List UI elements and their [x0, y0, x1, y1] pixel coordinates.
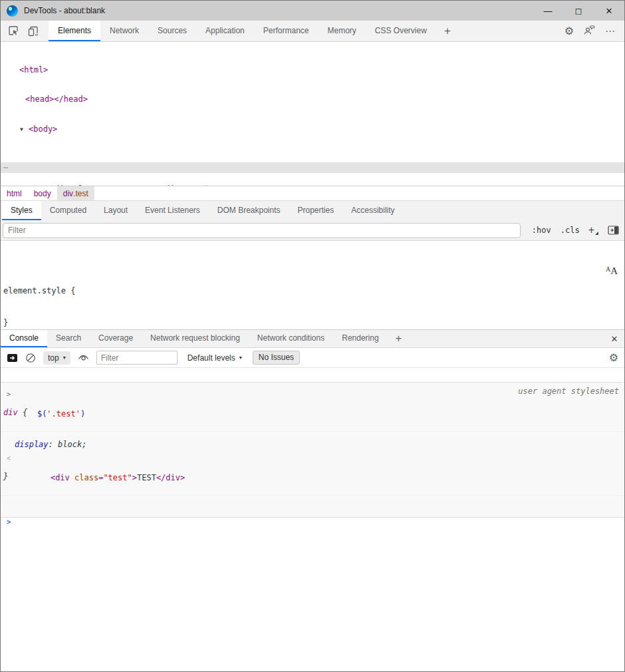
window-title: DevTools - about:blank	[24, 6, 105, 15]
styles-filter-bar: :hov .cls +	[1, 220, 624, 241]
console-result[interactable]: < <div class="test">TEST</div>	[1, 450, 624, 496]
styles-rules-panel: element.style { } AA div { display: bloc…	[1, 241, 624, 329]
toolbar-right-icons: ⚙ ⋯	[564, 21, 624, 41]
feedback-icon[interactable]	[584, 25, 595, 37]
node-menu-dots-icon[interactable]: ⋯	[3, 162, 9, 173]
result-chevron-icon: <	[7, 453, 11, 463]
add-tab-icon[interactable]: +	[436, 21, 459, 41]
prompt-chevron-icon: >	[7, 517, 11, 527]
tab-styles[interactable]: Styles	[2, 201, 41, 220]
maximize-button[interactable]: ◻	[563, 1, 594, 21]
selected-node-marker: == $0	[184, 184, 213, 186]
console-command[interactable]: > $('.test')	[1, 387, 624, 432]
more-options-icon[interactable]: ⋯	[605, 25, 616, 37]
tab-layout[interactable]: Layout	[95, 201, 136, 220]
expand-arrow-icon[interactable]: ▼	[20, 124, 29, 135]
dom-node-head[interactable]: <head></head>	[1, 94, 624, 104]
toggle-element-classes-button[interactable]: .cls	[556, 224, 584, 237]
breadcrumb-body[interactable]: body	[28, 186, 57, 200]
tab-event-listeners[interactable]: Event Listeners	[136, 201, 209, 220]
toggle-computed-sidebar-icon[interactable]	[604, 226, 622, 235]
tab-accessibility[interactable]: Accessibility	[342, 201, 403, 220]
tab-dom-breakpoints[interactable]: DOM Breakpoints	[209, 201, 289, 220]
edge-logo-icon	[7, 5, 18, 17]
command-chevron-icon: >	[7, 389, 11, 399]
tab-computed[interactable]: Computed	[41, 201, 95, 220]
main-tabs: Elements Network Sources Application Per…	[49, 21, 459, 41]
console-prompt[interactable]: >	[1, 514, 624, 528]
devtools-toolbar: Elements Network Sources Application Per…	[1, 21, 624, 42]
elements-tree-panel: <html> <head></head> ▼<body> ⋯ <div clas…	[1, 42, 624, 186]
inspect-element-icon[interactable]	[3, 21, 23, 41]
tab-application[interactable]: Application	[196, 21, 254, 41]
breadcrumb-html[interactable]: html	[1, 186, 28, 200]
new-style-rule-button[interactable]: +	[584, 224, 601, 236]
toggle-hover-state-button[interactable]: :hov	[527, 224, 556, 237]
close-button[interactable]: ✕	[594, 1, 624, 21]
title-bar: DevTools - about:blank — ◻ ✕	[1, 1, 624, 21]
font-editor-icon[interactable]: AA	[606, 264, 618, 277]
tab-sources[interactable]: Sources	[148, 21, 196, 41]
tab-elements[interactable]: Elements	[49, 21, 100, 41]
settings-gear-icon[interactable]: ⚙	[564, 26, 574, 37]
window-controls: — ◻ ✕	[533, 1, 624, 21]
tab-properties[interactable]: Properties	[289, 201, 343, 220]
minimize-button[interactable]: —	[533, 1, 563, 21]
styles-filter-input[interactable]	[3, 223, 521, 238]
tab-memory[interactable]: Memory	[318, 21, 366, 41]
dom-node-body-open[interactable]: ▼<body>	[1, 124, 624, 134]
dom-node-html-open[interactable]: <html>	[1, 65, 624, 75]
dom-node-div-selected[interactable]: ⋯ <div class="test">TEST</div> == $0	[1, 162, 624, 173]
device-toolbar-icon[interactable]	[23, 21, 43, 41]
tab-network[interactable]: Network	[100, 21, 148, 41]
dom-breadcrumb: html body div.test	[1, 186, 624, 200]
tab-css-overview[interactable]: CSS Overview	[366, 21, 436, 41]
styles-sidebar-tabs: Styles Computed Layout Event Listeners D…	[1, 200, 624, 220]
tab-performance[interactable]: Performance	[254, 21, 318, 41]
breadcrumb-div-test[interactable]: div.test	[57, 186, 94, 200]
element-style-rule[interactable]: element.style { } AA	[1, 259, 624, 363]
